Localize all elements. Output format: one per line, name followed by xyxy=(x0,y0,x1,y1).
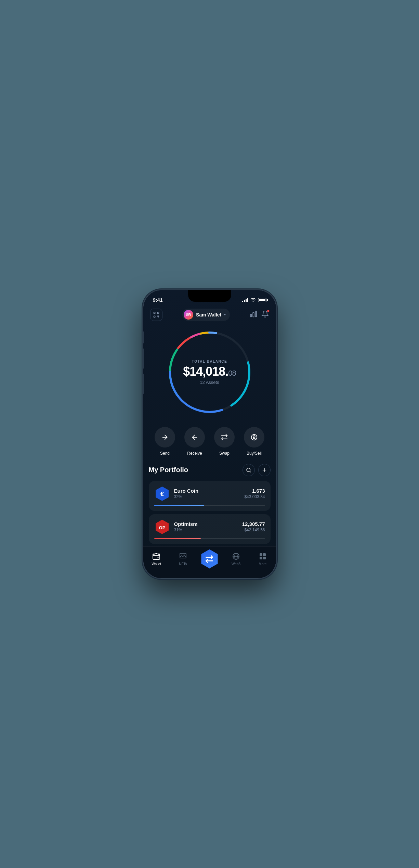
wallet-selector[interactable]: SW Sam Wallet ▾ xyxy=(182,309,230,321)
more-nav-icon-wrap xyxy=(258,552,267,561)
nfts-icon xyxy=(179,552,187,560)
web3-nav-label: Web3 xyxy=(232,562,240,566)
euro-coin-icon: € xyxy=(154,486,170,502)
euro-coin-values: 1.673 $43,003.34 xyxy=(244,488,265,499)
balance-decimal: 08 xyxy=(228,369,236,377)
euro-coin-value: $43,003.34 xyxy=(244,494,265,499)
svg-rect-37 xyxy=(263,557,266,559)
svg-rect-1 xyxy=(157,312,159,313)
search-icon xyxy=(246,467,251,473)
euro-coin-info: Euro Coin 32% xyxy=(174,488,199,499)
optimism-icon: OP xyxy=(154,519,170,535)
wallet-name: Sam Wallet xyxy=(196,312,221,318)
optimism-value: $42,149.56 xyxy=(242,528,265,532)
asset-card-euro-coin[interactable]: € Euro Coin 32% 1.673 $43,003.34 xyxy=(149,481,271,511)
asset-left-optimism: OP Optimism 31% xyxy=(154,519,198,535)
portfolio-header: My Portfolio xyxy=(149,464,271,476)
scan-icon xyxy=(153,311,160,318)
chevron-down-icon: ▾ xyxy=(224,313,226,316)
more-nav-label: More xyxy=(259,562,266,566)
swap-center-icon xyxy=(205,555,214,563)
receive-label: Receive xyxy=(187,451,202,456)
swap-center-button[interactable] xyxy=(200,549,219,569)
nfts-nav-icon-wrap xyxy=(179,552,187,561)
portfolio-search-button[interactable] xyxy=(243,464,255,476)
balance-assets: 12 Assets xyxy=(179,380,240,385)
buysell-button[interactable] xyxy=(244,427,264,448)
web3-icon xyxy=(232,552,240,560)
scan-button[interactable] xyxy=(150,309,162,321)
phone-frame: 9:41 xyxy=(143,290,276,579)
svg-line-21 xyxy=(250,471,251,472)
svg-rect-2 xyxy=(154,316,155,317)
wallet-nav-label: Wallet xyxy=(152,562,161,566)
send-action: Send xyxy=(155,427,175,456)
portfolio-add-button[interactable] xyxy=(258,464,271,476)
more-icon xyxy=(259,552,267,560)
header: SW Sam Wallet ▾ xyxy=(143,305,276,324)
screen: 9:41 xyxy=(143,290,276,578)
svg-rect-0 xyxy=(154,312,155,313)
svg-text:€: € xyxy=(160,491,163,497)
nav-swap-center[interactable] xyxy=(196,549,223,569)
receive-action: Receive xyxy=(184,427,205,456)
nav-web3[interactable]: Web3 xyxy=(223,552,249,566)
battery-icon xyxy=(258,298,266,302)
add-icon xyxy=(262,467,267,473)
balance-ring-container: TOTAL BALANCE $14,018.08 12 Assets xyxy=(165,328,254,417)
wallet-nav-icon-wrap xyxy=(152,552,161,561)
svg-rect-34 xyxy=(260,553,262,556)
optimism-percent: 31% xyxy=(174,528,198,532)
balance-section: TOTAL BALANCE $14,018.08 12 Assets xyxy=(143,324,276,424)
status-time: 9:41 xyxy=(153,297,163,303)
asset-row-optimism: OP Optimism 31% 12,305.77 $42,149.56 xyxy=(154,519,265,535)
chart-button[interactable] xyxy=(250,310,257,319)
buysell-label: Buy/Sell xyxy=(247,451,262,456)
optimism-values: 12,305.77 $42,149.56 xyxy=(242,521,265,532)
swap-label: Swap xyxy=(219,451,230,456)
svg-text:OP: OP xyxy=(159,525,165,530)
optimism-bar-fill xyxy=(154,538,201,539)
portfolio-section: My Portfolio xyxy=(143,464,276,544)
swap-button[interactable] xyxy=(214,427,235,448)
euro-coin-percent: 32% xyxy=(174,494,199,499)
optimism-amount: 12,305.77 xyxy=(242,521,265,527)
receive-icon xyxy=(191,433,198,441)
optimism-hex: OP xyxy=(154,519,170,535)
optimism-bar xyxy=(154,538,265,539)
balance-info: TOTAL BALANCE $14,018.08 12 Assets xyxy=(179,360,240,385)
portfolio-title: My Portfolio xyxy=(149,466,188,474)
nav-nfts[interactable]: NFTs xyxy=(170,552,196,566)
svg-rect-6 xyxy=(250,314,252,317)
swap-action: Swap xyxy=(214,427,235,456)
svg-rect-28 xyxy=(153,554,160,559)
notification-badge xyxy=(267,310,270,312)
wallet-icon xyxy=(152,552,160,560)
asset-left-euro: € Euro Coin 32% xyxy=(154,486,199,502)
optimism-info: Optimism 31% xyxy=(174,521,198,532)
optimism-name: Optimism xyxy=(174,521,198,527)
header-right xyxy=(250,310,269,319)
nav-more[interactable]: More xyxy=(249,552,276,566)
svg-point-29 xyxy=(158,557,159,558)
buysell-icon xyxy=(250,433,258,441)
swap-icon xyxy=(221,433,228,441)
balance-amount: $14,018.08 xyxy=(179,365,240,378)
nfts-nav-label: NFTs xyxy=(179,562,187,566)
send-button[interactable] xyxy=(155,427,175,448)
euro-coin-amount: 1.673 xyxy=(244,488,265,494)
bottom-nav: Wallet NFTs xyxy=(143,546,276,578)
avatar: SW xyxy=(184,310,193,320)
signal-icon xyxy=(242,298,248,302)
svg-rect-8 xyxy=(256,311,257,316)
notification-button[interactable] xyxy=(261,310,269,319)
receive-button[interactable] xyxy=(184,427,205,448)
notch xyxy=(188,290,231,302)
euro-coin-hex: € xyxy=(154,486,170,502)
asset-card-optimism[interactable]: OP Optimism 31% 12,305.77 $42,149.56 xyxy=(149,514,271,544)
balance-main: $14,018. xyxy=(183,364,228,378)
chart-icon xyxy=(250,310,257,318)
send-icon xyxy=(161,433,169,441)
nav-wallet[interactable]: Wallet xyxy=(143,552,170,566)
euro-coin-bar-fill xyxy=(154,505,204,506)
